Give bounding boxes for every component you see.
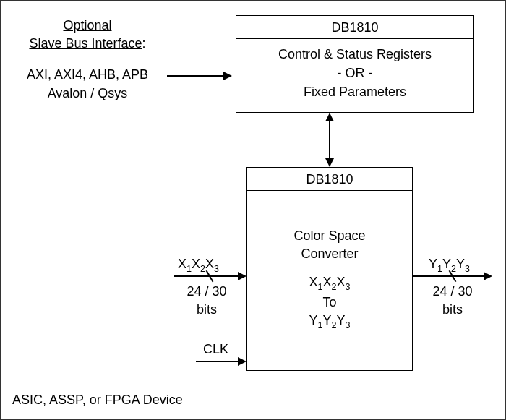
optional-label: Optional [63,18,111,33]
bus-list-line1: AXI, AXI4, AHB, APB [27,67,148,82]
clk-line [196,361,238,362]
output-bits-label: 24 / 30bits [424,283,481,319]
bus-list-line2: Avalon / Qsys [48,86,128,100]
arrow-up-icon [325,113,334,121]
control-status-block: DB1810 Control & Status Registers - OR -… [236,15,474,113]
arrow-down-icon [325,158,334,167]
slave-interface-text: Optional Slave Bus Interface: AXI, AXI4,… [15,17,160,103]
converter-block: DB1810 Color Space Converter X1X2X3 To Y… [246,167,413,371]
slave-bus-interface-label: Slave Bus Interface [29,36,142,51]
diagram-container: Optional Slave Bus Interface: AXI, AXI4,… [0,0,506,420]
clk-arrow-icon [238,357,246,366]
converter-block-body: Color Space Converter X1X2X3 To Y1Y2Y3 [247,191,412,368]
output-arrow-icon [484,272,492,280]
arrow-right-icon [223,72,232,80]
arrow-slave-to-ctrl [167,75,225,77]
input-arrow-icon [238,272,246,280]
clk-label: CLK [203,340,239,359]
control-block-body: Control & Status Registers - OR - Fixed … [236,39,473,107]
output-signal-line [413,275,485,277]
input-signal-line [174,275,239,277]
control-block-title: DB1810 [236,16,473,39]
device-footer-label: ASIC, ASSP, or FPGA Device [12,393,183,408]
input-bits-label: 24 / 30bits [178,283,236,319]
input-signal-label: X1X2X3 [178,255,246,275]
converter-block-title: DB1810 [247,168,412,191]
arrow-ctrl-to-converter [329,116,330,158]
